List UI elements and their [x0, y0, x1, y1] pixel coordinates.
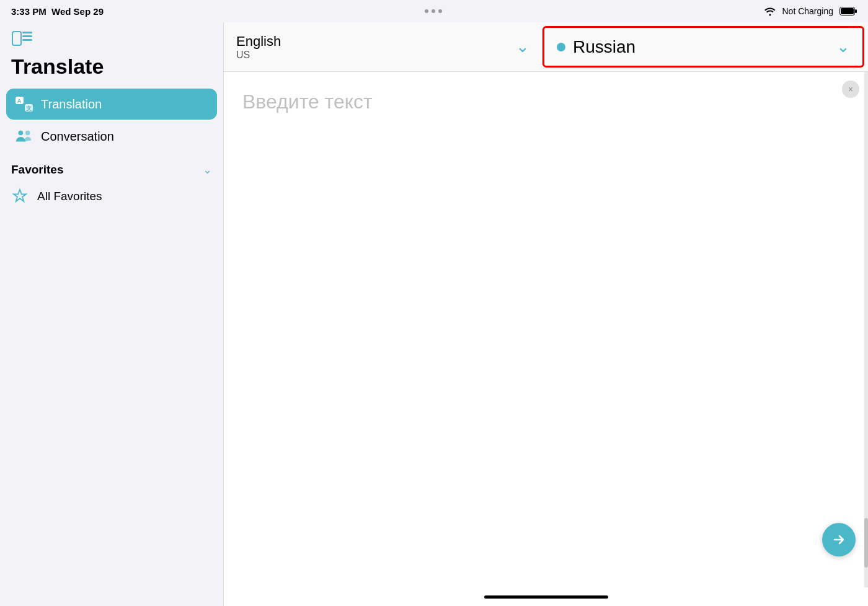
content-area: English US ⌄ Russian ⌄ × Введите текст — [223, 22, 868, 606]
svg-text:文: 文 — [26, 105, 32, 112]
language-bar: English US ⌄ Russian ⌄ — [224, 22, 868, 72]
source-language-selector[interactable]: English US ⌄ — [224, 22, 542, 71]
close-button[interactable]: × — [842, 81, 859, 98]
translation-panel: × Введите текст — [224, 72, 868, 587]
source-language-region: US — [236, 50, 281, 61]
status-right: Not Charging — [764, 6, 857, 16]
home-indicator — [224, 587, 868, 606]
star-icon — [11, 188, 29, 205]
status-center — [425, 9, 442, 13]
arrow-right-icon — [831, 532, 846, 547]
scroll-thumb[interactable] — [864, 518, 868, 568]
svg-rect-1 — [841, 8, 854, 14]
svg-rect-4 — [22, 32, 32, 33]
dot2 — [432, 9, 435, 13]
dot1 — [425, 9, 428, 13]
translation-label: Translation — [41, 97, 102, 112]
favorites-title: Favorites — [11, 163, 63, 177]
svg-rect-6 — [22, 39, 32, 41]
translation-icon: A 文 — [15, 95, 33, 113]
status-bar: 3:33 PM Wed Sep 29 Not Charging — [0, 0, 868, 22]
svg-rect-3 — [12, 32, 21, 45]
battery-status: Not Charging — [782, 6, 834, 16]
battery-icon — [839, 7, 857, 15]
source-language-text: English US — [236, 33, 281, 61]
favorites-section: Favorites ⌄ All Favorites — [0, 152, 223, 209]
target-language-dot — [557, 43, 565, 51]
sidebar-item-conversation[interactable]: Conversation — [6, 121, 217, 152]
svg-point-12 — [25, 131, 30, 136]
wifi-icon — [764, 6, 776, 16]
source-language-chevron-icon: ⌄ — [516, 37, 529, 56]
target-language-selector[interactable]: Russian ⌄ — [542, 26, 864, 68]
target-language-chevron-icon: ⌄ — [836, 37, 850, 56]
sidebar-item-translation[interactable]: A 文 Translation — [6, 89, 217, 120]
conversation-icon — [15, 127, 33, 146]
favorites-chevron-icon[interactable]: ⌄ — [203, 163, 212, 177]
target-language-name: Russian — [573, 37, 636, 57]
status-time-date: 3:33 PM Wed Sep 29 — [11, 6, 104, 17]
source-language-name: English — [236, 33, 281, 50]
svg-point-11 — [19, 131, 24, 136]
svg-text:A: A — [17, 98, 22, 104]
app-title: Translate — [0, 52, 223, 89]
translate-arrow-button[interactable] — [822, 523, 856, 556]
home-bar — [484, 595, 608, 599]
sidebar-nav: A 文 Translation — [0, 89, 223, 152]
svg-rect-2 — [855, 9, 857, 13]
svg-rect-5 — [22, 35, 32, 37]
sidebar-top — [0, 22, 223, 52]
input-placeholder[interactable]: Введите текст — [224, 72, 868, 132]
sidebar: Translate A 文 Translation — [0, 22, 223, 606]
favorites-all-item[interactable]: All Favorites — [11, 184, 212, 209]
scrollbar[interactable] — [864, 72, 868, 587]
sidebar-panel-icon[interactable] — [11, 30, 33, 47]
favorites-header: Favorites ⌄ — [11, 163, 212, 177]
conversation-label: Conversation — [41, 130, 114, 144]
dot3 — [438, 9, 442, 13]
main-layout: Translate A 文 Translation — [0, 22, 868, 606]
all-favorites-label: All Favorites — [37, 190, 102, 203]
